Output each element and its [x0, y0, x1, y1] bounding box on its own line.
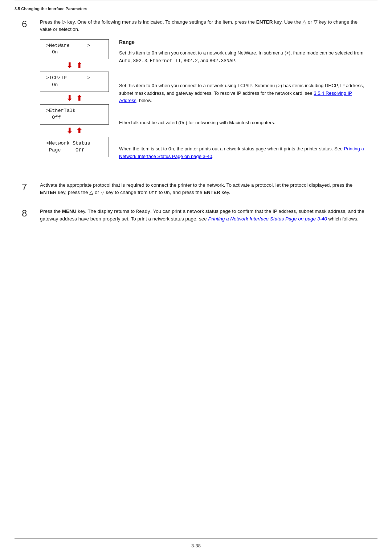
- step6-text-part1: Press the ▷ key. One of the following me…: [40, 19, 256, 25]
- step-6-layout: Press the ▷ key. One of the following me…: [40, 19, 370, 171]
- step-7: 7 Activate the appropriate protocol that…: [22, 182, 370, 197]
- step8-text-part2: key. The display returns to: [77, 208, 136, 214]
- arrow-up-3: ⬆: [76, 126, 82, 135]
- arrows-2: ⬇ ⬆: [66, 92, 82, 104]
- tcpip-line2: On: [46, 82, 103, 89]
- ethertalk-line2: Off: [46, 114, 103, 121]
- arrows-3: ⬇ ⬆: [66, 125, 82, 137]
- tcpip-line1: >TCP/IP >: [46, 75, 103, 82]
- step-6: 6 Press the ▷ key. One of the following …: [22, 19, 370, 171]
- step7-text-part1: Activate the appropriate protocol that i…: [40, 182, 352, 188]
- step-7-number: 7: [22, 182, 40, 193]
- arrow-down-2: ⬇: [66, 94, 73, 102]
- arrows-1: ⬇ ⬆: [66, 59, 82, 72]
- step6-enter-key: ENTER: [256, 19, 273, 25]
- main-content: 6 Press the ▷ key. One of the following …: [0, 11, 392, 248]
- desc-ethertalk: EtherTalk must be activated (On) for net…: [119, 119, 370, 141]
- desc-tcpip: Set this item to On when you connect to …: [119, 82, 370, 115]
- ethertalk-line1: >EtherTalk: [46, 108, 103, 114]
- arrow-up-1: ⬆: [76, 61, 82, 70]
- netware-line1: >NetWare >: [46, 42, 103, 49]
- step8-text-part4: which follows.: [327, 216, 359, 222]
- step8-text-part1: Press the: [40, 208, 62, 214]
- bottom-border: [15, 538, 377, 539]
- arrow-up-2: ⬆: [76, 94, 82, 102]
- step7-text-part5: key.: [220, 190, 230, 195]
- menu-panel-ethertalk: >EtherTalk Off: [40, 104, 109, 125]
- step7-enter1: ENTER: [40, 190, 57, 195]
- step6-panels-desc: >NetWare > On ⬇ ⬆ >TCP/IP > On: [40, 39, 370, 171]
- link-printing-network-interface[interactable]: Printing a Network Interface Status Page…: [208, 216, 327, 222]
- step7-off: Off: [149, 190, 157, 195]
- page-number: 3-38: [191, 543, 201, 548]
- panels-column: >NetWare > On ⬇ ⬆ >TCP/IP > On: [40, 39, 109, 157]
- descriptions-column: Range Set this item to On when you conne…: [119, 39, 370, 171]
- menu-panel-tcpip: >TCP/IP > On: [40, 72, 109, 92]
- step-7-content: Activate the appropriate protocol that i…: [40, 182, 370, 197]
- desc-netware: Set this item to On when you connect to …: [119, 49, 370, 78]
- page: 3.5 Changing the Interface Parameters 6 …: [0, 0, 392, 555]
- link-printing-network[interactable]: Printing a Network Interface Status Page…: [119, 146, 364, 159]
- step8-ready: Ready: [136, 209, 150, 214]
- arrow-down-1: ⬇: [66, 61, 73, 70]
- menu-panel-netware: >NetWare > On: [40, 39, 109, 60]
- step-6-number: 6: [22, 19, 40, 30]
- networkstatus-line2: Page Off: [46, 147, 103, 154]
- step-6-intro: Press the ▷ key. One of the following me…: [40, 19, 370, 33]
- step-8: 8 Press the MENU key. The display return…: [22, 208, 370, 223]
- desc-networkstatus: When the item is set to On, the printer …: [119, 145, 370, 171]
- step8-menu-key: MENU: [62, 208, 77, 214]
- step8-link-text: Printing a Network Interface Status Page…: [208, 216, 327, 222]
- step7-text-part3: to: [158, 190, 164, 195]
- menu-panel-networkstatus: >Network Status Page Off: [40, 137, 109, 157]
- step7-text-part2: key, press the △ or ▽ key to change from: [57, 190, 149, 195]
- top-border: [15, 0, 377, 3]
- networkstatus-line1: >Network Status: [46, 140, 103, 147]
- range-title: Range: [119, 39, 370, 45]
- section-header-area: 3.5 Changing the Interface Parameters: [0, 3, 392, 11]
- step-8-content: Press the MENU key. The display returns …: [40, 208, 370, 223]
- link-resolving-ip[interactable]: 3.5.4 Resolving IP Address: [119, 90, 352, 103]
- arrow-down-3: ⬇: [66, 126, 73, 135]
- section-header: 3.5 Changing the Interface Parameters: [15, 7, 87, 11]
- step-8-number: 8: [22, 208, 40, 219]
- step7-on: On: [164, 190, 170, 195]
- netware-line2: On: [46, 49, 103, 56]
- step7-text-part4: , and press the: [170, 190, 204, 195]
- step7-enter2: ENTER: [204, 190, 220, 195]
